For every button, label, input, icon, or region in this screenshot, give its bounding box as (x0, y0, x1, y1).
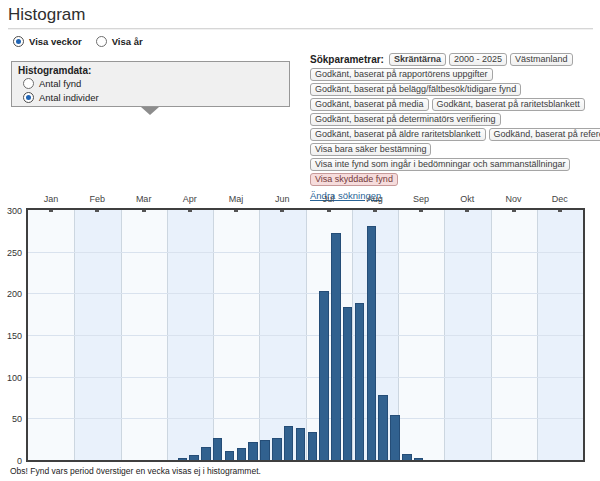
chart-footnote: Obs! Fynd vars period överstiger en veck… (10, 466, 261, 476)
month-tick (188, 210, 192, 212)
search-params-label: Sökparametrar: (310, 54, 384, 65)
month-label-dec: Dec (540, 194, 580, 204)
histogram-bar-week-24 (284, 426, 294, 460)
month-tick (512, 210, 516, 212)
month-tick (558, 210, 562, 212)
histogram-bar-week-22 (260, 440, 270, 460)
month-label-okt: Okt (447, 194, 487, 204)
page-title: Histogram (8, 5, 85, 25)
search-param-chip-skräntärna: Skräntärna (389, 53, 446, 66)
radio-icon (13, 36, 24, 47)
histogram-bar-week-35 (414, 458, 424, 460)
search-param-row: Godkänt, baserat på determinatörs verifi… (310, 113, 598, 126)
histogram-bar-week-23 (272, 438, 282, 461)
search-param-row: Visa skyddade fynd (310, 173, 598, 186)
y-axis-label-0: 0 (0, 456, 22, 466)
histogram-bar-week-29 (343, 307, 353, 460)
radio-icon (23, 92, 34, 103)
radio-data-label-antal-individer: Antal individer (39, 92, 99, 103)
gridline-200 (28, 293, 583, 294)
month-label-mar: Mar (124, 194, 164, 204)
month-tick (49, 210, 53, 212)
y-axis-label-200: 200 (0, 289, 22, 299)
search-param-chip-godkänt-baserat-på-rapportörens-uppgifter: Godkänt, baserat på rapportörens uppgift… (310, 68, 493, 81)
radio-view-visa-veckor[interactable]: Visa veckor (13, 36, 82, 47)
search-param-row: Visa bara säker bestämning (310, 143, 598, 156)
month-tick (280, 210, 284, 212)
title-divider (8, 28, 593, 29)
gridline-250 (28, 252, 583, 253)
histogram-bar-week-19 (225, 451, 235, 460)
histogram-bar-week-26 (308, 432, 318, 460)
month-tick (142, 210, 146, 212)
histogram-bar-week-20 (237, 448, 247, 460)
histogram-bar-week-33 (390, 415, 400, 460)
histogram-bar-week-18 (213, 438, 223, 460)
month-tick (465, 210, 469, 212)
month-label-aug: Aug (355, 194, 395, 204)
month-tick (234, 210, 238, 212)
radio-view-label-visa-år: Visa år (112, 36, 143, 47)
month-label-sep: Sep (401, 194, 441, 204)
histogram-bar-week-25 (296, 428, 306, 460)
month-label-maj: Maj (216, 194, 256, 204)
month-label-jul: Jul (309, 194, 349, 204)
search-param-row: Godkänt, baserat på mediaGodkänt, basera… (310, 98, 598, 111)
radio-data-antal-individer[interactable]: Antal individer (23, 92, 99, 103)
month-label-apr: Apr (170, 194, 210, 204)
histogram-data-box: Histogramdata: Antal fyndAntal individer (11, 61, 290, 107)
month-tick (327, 210, 331, 212)
radio-view-label-visa-veckor: Visa veckor (29, 36, 82, 47)
histogram-bar-week-28 (331, 233, 341, 461)
histogram-bar-week-30 (355, 303, 365, 460)
chart-month-axis: JanFebMarAprMajJunJulAugSepOktNovDec (26, 194, 585, 205)
month-label-jan: Jan (31, 194, 71, 204)
histogram-page: Histogram Visa veckorVisa år Histogramda… (0, 0, 600, 481)
histogram-bar-week-17 (201, 447, 211, 460)
month-tick (95, 210, 99, 212)
month-tick (373, 210, 377, 212)
radio-icon (96, 36, 107, 47)
y-axis-label-150: 150 (0, 331, 22, 341)
search-param-row: Godkänt, baserat på belägg/fältbesök/tid… (310, 83, 598, 96)
histogram-bar-week-31 (367, 226, 377, 460)
search-param-chip-godkänt-baserat-på-determinatörs-verifiering: Godkänt, baserat på determinatörs verifi… (310, 113, 501, 126)
histogram-bar-week-16 (189, 455, 199, 460)
histogram-bar-week-32 (378, 395, 388, 460)
month-tick (419, 210, 423, 212)
search-param-chip-godkänt-baserat-på-äldre-raritetsblankett: Godkänt, baserat på äldre raritetsblanke… (310, 128, 486, 141)
chart-y-axis: 050100150200250300 (0, 203, 23, 465)
radio-data-antal-fynd[interactable]: Antal fynd (23, 78, 99, 89)
search-param-row: Godkänt, baserat på rapportörens uppgift… (310, 68, 598, 81)
histogram-bar-week-21 (248, 442, 258, 460)
search-param-chip-visa-inte-fynd-som-ingår-i-bedömningar-och-sammanställningar: Visa inte fynd som ingår i bedömningar o… (310, 158, 570, 171)
histogram-bar-week-27 (319, 291, 329, 460)
radio-icon (23, 78, 34, 89)
search-param-chip-visa-bara-säker-bestämning: Visa bara säker bestämning (310, 143, 431, 156)
search-param-row: Visa inte fynd som ingår i bedömningar o… (310, 158, 598, 171)
histogram-chart (26, 208, 585, 462)
y-axis-label-300: 300 (0, 206, 22, 216)
histogram-data-options: Antal fyndAntal individer (23, 78, 99, 103)
search-param-row: Godkänt, baserat på äldre raritetsblanke… (310, 128, 598, 141)
y-axis-label-100: 100 (0, 373, 22, 383)
callout-arrow-icon (141, 107, 159, 115)
month-label-feb: Feb (77, 194, 117, 204)
histogram-bar-week-15 (178, 458, 188, 461)
search-param-chip-godkänt-baserat-på-belägg-fältbesök-tidigare-fynd: Godkänt, baserat på belägg/fältbesök/tid… (310, 83, 521, 96)
search-param-chip-2000-2025: 2000 - 2025 (449, 53, 507, 66)
month-label-nov: Nov (494, 194, 534, 204)
histogram-data-label: Histogramdata: (18, 65, 91, 76)
gridline-150 (28, 335, 583, 336)
histogram-bar-week-34 (402, 454, 412, 460)
search-param-chip-godkänt-baserat-på-raritetsblankett: Godkänt, baserat på raritetsblankett (432, 98, 585, 111)
month-label-jun: Jun (262, 194, 302, 204)
search-param-chip-västmanland: Västmanland (510, 53, 573, 66)
radio-view-visa-år[interactable]: Visa år (96, 36, 143, 47)
search-param-row: Sökparametrar:Skräntärna2000 - 2025Västm… (310, 53, 598, 66)
search-param-chip-godkänd-baserat-på-referens: Godkänd, baserat på referens (489, 128, 600, 141)
view-mode-toggle: Visa veckorVisa år (13, 36, 143, 47)
y-axis-label-250: 250 (0, 248, 22, 258)
search-param-chip-godkänt-baserat-på-media: Godkänt, baserat på media (310, 98, 429, 111)
gridline-50 (28, 418, 583, 419)
